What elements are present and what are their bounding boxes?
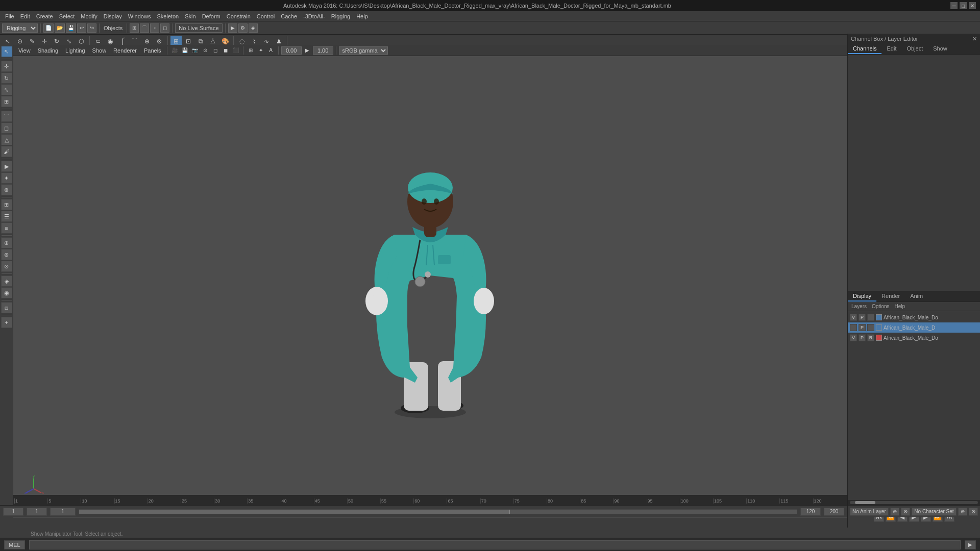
layer-p-btn-1[interactable]: P: [859, 314, 866, 321]
tab-display[interactable]: Display: [848, 291, 876, 302]
menu-file[interactable]: File: [2, 12, 17, 20]
layer-r-btn-1[interactable]: [867, 314, 874, 321]
menu-display[interactable]: Display: [101, 12, 125, 20]
vp-cam-button[interactable]: 🎥: [170, 46, 179, 55]
vp-menu-shading[interactable]: Shading: [35, 46, 61, 55]
menu-windows[interactable]: Windows: [125, 12, 154, 20]
tab-edit[interactable]: Edit: [881, 44, 901, 54]
lt-extra-1[interactable]: ⊕: [1, 237, 12, 248]
vp-snap-button[interactable]: 📷: [190, 46, 200, 55]
mode-select[interactable]: Rigging: [2, 23, 38, 33]
menu-help[interactable]: Help: [353, 12, 371, 20]
ipr-button[interactable]: ◈: [249, 23, 258, 33]
tab-object[interactable]: Object: [901, 44, 928, 54]
vp-value1-input[interactable]: [281, 46, 302, 55]
keyframe-marker[interactable]: 1: [50, 508, 76, 516]
vp-value2-input[interactable]: [313, 46, 333, 55]
poly-tool-button[interactable]: △: [1, 134, 12, 145]
snap-surface-button[interactable]: ◻: [160, 23, 169, 33]
tab-show[interactable]: Show: [928, 44, 952, 54]
snap-curve-button[interactable]: ⌒: [140, 23, 149, 33]
range-track[interactable]: [79, 509, 797, 514]
vp-menu-lighting[interactable]: Lighting: [62, 46, 88, 55]
tab-render[interactable]: Render: [876, 291, 905, 302]
surface-tool-button[interactable]: ◻: [1, 122, 12, 134]
layer-row-3[interactable]: V P R African_Black_Male_Do: [848, 333, 980, 343]
channel-box-close[interactable]: ✕: [972, 36, 977, 42]
render-settings-button[interactable]: ⚙: [238, 23, 248, 33]
layer-row-2[interactable]: P African_Black_Male_D: [848, 322, 980, 333]
scale-button[interactable]: ⤡: [1, 84, 12, 95]
vp-menu-view[interactable]: View: [15, 46, 34, 55]
menu-skin[interactable]: Skin: [182, 12, 199, 20]
menu-rigging[interactable]: Rigging: [328, 12, 353, 20]
lt-extra-2[interactable]: ⊗: [1, 249, 12, 260]
menu-skeleton[interactable]: Skeleton: [154, 12, 182, 20]
lt-extra-6[interactable]: ⧈: [1, 302, 12, 313]
gamma-select[interactable]: sRGB gamma: [339, 46, 388, 55]
vp-iso-button[interactable]: ⊙: [201, 46, 210, 55]
vp-menu-renderer[interactable]: Renderer: [110, 46, 140, 55]
mel-run-button[interactable]: ▶: [965, 540, 976, 549]
vp-smooth-button[interactable]: ◼: [221, 46, 230, 55]
no-anim-layer-button[interactable]: No Anim Layer: [850, 508, 889, 516]
vp-grid-button[interactable]: ⊞: [246, 46, 255, 55]
rotate-button[interactable]: ↻: [1, 72, 12, 84]
current-frame-input[interactable]: [27, 508, 47, 516]
lt-extra-5[interactable]: ◉: [1, 287, 12, 298]
move-button[interactable]: ✛: [1, 61, 12, 72]
scrollbar-thumb[interactable]: [855, 501, 875, 504]
sculpt-tool-button[interactable]: 🖌: [1, 146, 12, 157]
grid-lt-button[interactable]: ⊞: [1, 199, 12, 210]
vp-arrow-button[interactable]: ▶: [303, 46, 312, 55]
menu-select[interactable]: Select: [56, 12, 78, 20]
maximize-button[interactable]: □: [960, 2, 967, 9]
menu-edit[interactable]: Edit: [17, 12, 33, 20]
no-character-set-button[interactable]: No Character Set: [912, 508, 956, 516]
layer-v-btn-2[interactable]: [850, 324, 857, 331]
menu-deform[interactable]: Deform: [199, 12, 224, 20]
attr-lt-button[interactable]: ≡: [1, 222, 12, 234]
anim-layer-icon-1[interactable]: ⊕: [890, 508, 899, 516]
layer-v-btn-3[interactable]: V: [850, 334, 857, 341]
end-frame-input[interactable]: [800, 508, 821, 516]
layer-tab-help[interactable]: Help: [893, 303, 906, 310]
close-button[interactable]: ✕: [969, 2, 976, 9]
anim-layer-icon-2[interactable]: ⊗: [901, 508, 910, 516]
lt-extra-4[interactable]: ◈: [1, 276, 12, 287]
vp-wire-button[interactable]: ◻: [211, 46, 220, 55]
render-button[interactable]: ▶: [228, 23, 237, 33]
show-manip-lt[interactable]: ⊞: [1, 96, 12, 107]
layer-p-btn-3[interactable]: P: [859, 334, 866, 341]
vp-menu-panels[interactable]: Panels: [141, 46, 164, 55]
minimize-button[interactable]: ─: [950, 2, 958, 9]
lt-extra-3[interactable]: ⊙: [1, 261, 12, 272]
dyn-button[interactable]: ✦: [1, 172, 12, 184]
layer-v-btn-1[interactable]: V: [850, 314, 857, 321]
lt-plus-button[interactable]: +: [1, 317, 12, 328]
menu-constrain[interactable]: Constrain: [224, 12, 254, 20]
undo-button[interactable]: ↩: [77, 23, 86, 33]
tab-channels[interactable]: Channels: [848, 44, 881, 54]
redo-button[interactable]: ↪: [87, 23, 96, 33]
layer-tab-options[interactable]: Options: [870, 303, 891, 310]
start-frame-input[interactable]: [3, 508, 23, 516]
vp-save-button[interactable]: 💾: [180, 46, 189, 55]
layer-row-1[interactable]: V P African_Black_Male_Do: [848, 312, 980, 322]
snap-point-button[interactable]: ◦: [150, 23, 159, 33]
menu-modify[interactable]: Modify: [78, 12, 100, 20]
mel-input[interactable]: [29, 540, 961, 549]
layer-tab-layers[interactable]: Layers: [850, 303, 868, 310]
viewport-canvas[interactable]: persp y x z: [13, 56, 847, 505]
open-scene-button[interactable]: 📂: [55, 23, 65, 33]
vp-menu-show[interactable]: Show: [89, 46, 110, 55]
fx-button[interactable]: ⊛: [1, 184, 12, 195]
vp-aa-button[interactable]: A: [266, 46, 276, 55]
vp-texture-button[interactable]: ⬛: [231, 46, 240, 55]
render-lt-button[interactable]: ▶: [1, 161, 12, 172]
layer-r-btn-2[interactable]: [867, 324, 874, 331]
mel-label[interactable]: MEL: [4, 540, 25, 549]
save-scene-button[interactable]: 💾: [66, 23, 76, 33]
curve-tool-button[interactable]: ⌒: [1, 111, 12, 122]
range-end-input[interactable]: [824, 508, 844, 516]
